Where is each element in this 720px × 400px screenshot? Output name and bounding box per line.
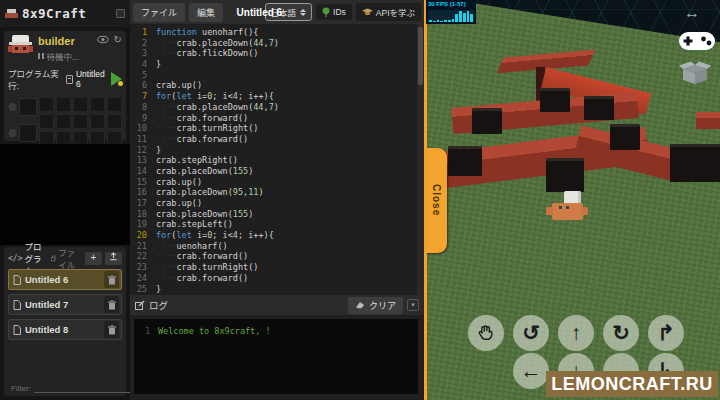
inventory-slot[interactable] <box>107 97 122 112</box>
upload-icon <box>109 252 118 261</box>
code-line[interactable]: 5 <box>130 70 418 81</box>
character-status: 待機中... <box>38 50 97 62</box>
turn-up-icon: ↱ <box>657 321 675 345</box>
code-line[interactable]: 23····crab.turnRight() <box>130 262 418 273</box>
close-panel-tab[interactable]: Close <box>426 148 447 253</box>
code-line[interactable]: 2····crab.placeDown(44,7) <box>130 38 418 49</box>
grab-button[interactable] <box>468 315 504 351</box>
rotate-ccw-icon: ↺ <box>522 321 540 345</box>
code-line[interactable]: 21····uenoharf() <box>130 241 418 252</box>
code-line[interactable]: 18crab.placeDown(155) <box>130 209 418 220</box>
arrow-up-icon: ↑ <box>571 321 582 345</box>
hand-slot[interactable] <box>19 98 37 116</box>
code-line[interactable]: 16crab.placeDown(95,11) <box>130 187 418 198</box>
code-line[interactable]: 8····crab.placeDown(44,7) <box>130 102 418 113</box>
ids-button[interactable]: IDs <box>316 4 352 20</box>
log-clear-button[interactable]: クリア <box>348 297 403 314</box>
sidebar-collapse-button[interactable] <box>116 9 125 18</box>
file-menu-button[interactable]: ファイル <box>133 3 185 22</box>
inventory-slot[interactable] <box>56 114 71 129</box>
inventory-slot[interactable] <box>56 97 71 112</box>
add-program-button[interactable]: + <box>85 252 102 265</box>
inventory-slot[interactable] <box>73 97 88 112</box>
trash-icon <box>108 275 116 285</box>
black-block <box>670 144 720 182</box>
inventory-box-icon[interactable] <box>678 60 712 88</box>
tab-files[interactable]: ファイル <box>51 246 79 270</box>
hand-icon <box>476 323 496 343</box>
hand-slot-icon <box>8 103 17 111</box>
black-block <box>546 158 584 192</box>
crab-robot-body <box>552 203 583 220</box>
black-block <box>584 96 614 120</box>
scrollbar-thumb[interactable] <box>418 27 423 85</box>
editor-region: ファイル 編集 Untitled 6 日本語 IDs APIを学ぶ 1funct… <box>130 0 424 400</box>
code-line[interactable]: 10····crab.turnRight() <box>130 123 418 134</box>
game-viewport[interactable]: Close 30 FPS (1-57) ↔ ↺ ↑ ↻ ↱ ← ↓ → ↳ LE… <box>424 0 720 400</box>
inventory-slot[interactable] <box>90 97 105 112</box>
code-line[interactable]: 24····crab.forward() <box>130 273 418 284</box>
app-logo: 8x9Craft <box>22 6 86 21</box>
code-line[interactable]: 7for(let i=0; i<4; i++){ <box>130 91 418 102</box>
rotate-right-button[interactable]: ↻ <box>603 315 639 351</box>
copy-icon <box>51 254 56 263</box>
rotate-left-button[interactable]: ↺ <box>513 315 549 351</box>
eye-icon[interactable] <box>97 35 109 44</box>
step-up-button[interactable]: ↱ <box>648 315 684 351</box>
code-line[interactable]: 13crab.stepRight() <box>130 155 418 166</box>
fps-label: 30 FPS (1-57) <box>426 0 476 7</box>
inventory-slot[interactable] <box>90 114 105 129</box>
code-line[interactable]: 25} <box>130 284 418 295</box>
inventory-slot[interactable] <box>107 114 122 129</box>
delete-program-button[interactable] <box>104 271 119 288</box>
file-icon <box>13 325 21 335</box>
black-block <box>610 124 640 150</box>
code-line[interactable]: 1function uenoharf(){ <box>130 27 418 38</box>
editor-scrollbar[interactable] <box>417 24 424 295</box>
refresh-icon[interactable]: ↻ <box>114 35 122 45</box>
code-line[interactable]: 15crab.up() <box>130 177 418 188</box>
arrow-left-icon: ← <box>521 359 542 383</box>
code-line[interactable]: 3····crab.flickDown() <box>130 48 418 59</box>
learn-api-button[interactable]: APIを学ぶ <box>356 3 421 21</box>
log-panel: ログ クリア ▾ 1Welcome to 8x9craft, ! <box>130 295 424 400</box>
hand-slot[interactable] <box>19 124 37 142</box>
filter-input[interactable] <box>34 383 144 393</box>
code-line[interactable]: 20for(let i=0; i<4; i++){ <box>130 230 418 241</box>
code-line[interactable]: 4} <box>130 59 418 70</box>
move-forward-button[interactable]: ↑ <box>558 315 594 351</box>
pause-icon <box>38 53 44 59</box>
log-collapse-button[interactable]: ▾ <box>407 299 419 311</box>
log-title: ログ <box>149 298 168 312</box>
delete-program-button[interactable] <box>104 321 119 338</box>
program-list-item[interactable]: Untitled 6 <box>8 269 122 290</box>
gamepad-icon[interactable] <box>678 28 716 58</box>
fps-meter[interactable]: 30 FPS (1-57) <box>426 0 476 24</box>
code-line[interactable]: 11····crab.forward() <box>130 134 418 145</box>
code-line[interactable]: 6crab.up() <box>130 80 418 91</box>
upload-program-button[interactable] <box>105 252 122 265</box>
code-line[interactable]: 19crab.stepLeft() <box>130 219 418 230</box>
edit-menu-button[interactable]: 編集 <box>189 3 223 22</box>
program-list-item[interactable]: Untitled 8 <box>8 319 122 340</box>
inventory-slot[interactable] <box>73 114 88 129</box>
delete-program-button[interactable] <box>104 296 119 313</box>
code-line[interactable]: 22····crab.forward() <box>130 251 418 262</box>
editor-menubar: ファイル 編集 Untitled 6 日本語 IDs APIを学ぶ <box>130 0 424 24</box>
code-editor[interactable]: 1function uenoharf(){2····crab.placeDown… <box>130 24 418 295</box>
code-line[interactable]: 9····crab.forward() <box>130 113 418 124</box>
inventory-slot[interactable] <box>39 114 54 129</box>
hand-slot-icon <box>8 129 17 137</box>
program-list-item[interactable]: Untitled 7 <box>8 294 122 315</box>
run-play-button[interactable] <box>111 72 122 86</box>
code-line[interactable]: 12} <box>130 145 418 156</box>
rotate-cw-icon: ↻ <box>612 321 630 345</box>
character-panel: builder 待機中... ↻ プログラム実行: Untitled 6 <box>4 31 126 141</box>
resize-arrow-icon[interactable]: ↔ <box>684 4 700 22</box>
eraser-icon <box>355 301 365 309</box>
editor-title: Untitled 6 <box>237 7 283 18</box>
code-line[interactable]: 14crab.placeDown(155) <box>130 166 418 177</box>
move-left-button[interactable]: ← <box>513 353 549 389</box>
code-line[interactable]: 17crab.up() <box>130 198 418 209</box>
inventory-slot[interactable] <box>39 97 54 112</box>
